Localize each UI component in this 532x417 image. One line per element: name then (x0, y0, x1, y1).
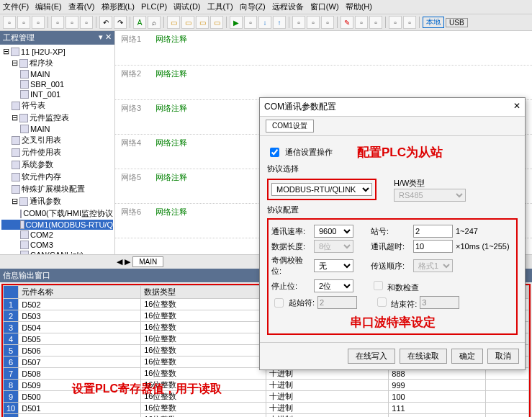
tb-stop-icon[interactable]: ▫ (244, 16, 257, 29)
tree-symboltable[interactable]: 符号表 (1, 99, 113, 112)
tb-usb-tag[interactable]: USB (446, 18, 468, 27)
menu-help[interactable]: 帮助(H) (346, 2, 372, 11)
tree-softmem[interactable]: 软元件内存 (1, 171, 113, 183)
btn-ok[interactable]: 确定 (451, 349, 483, 364)
tb-m3-icon[interactable]: ▫ (321, 16, 334, 29)
tb-run-icon[interactable]: ▶ (230, 16, 243, 29)
start-label: 起始符: (289, 297, 315, 308)
tb-copy-icon[interactable]: ▫ (66, 16, 78, 29)
menu-window[interactable]: 窗口(W) (310, 2, 339, 11)
annotation-baud: 串口波特率设定 (271, 314, 513, 331)
tb-up-icon[interactable]: ↑ (273, 16, 286, 29)
tb-ladder2-icon[interactable]: ▭ (181, 16, 194, 29)
tb-paste-icon[interactable]: ▫ (80, 16, 93, 29)
btn-online-read[interactable]: 在线读取 (400, 349, 447, 364)
tree-com1[interactable]: COM1(MODBUS-RTU/Q (1, 220, 113, 230)
table-row[interactable]: 10D50116位整数十进制111 (4, 403, 529, 414)
txorder-label: 传送顺序: (371, 261, 410, 272)
tree-sysparam[interactable]: 系统参数 (1, 158, 113, 171)
tree-root[interactable]: ⊟ 11 [H2U-XP] (1, 46, 113, 57)
timeout-unit: ×10ms (1~255) (456, 242, 510, 251)
menu-remote[interactable]: 远程设备 (272, 2, 304, 11)
tb-save-icon[interactable]: ▫ (32, 16, 45, 29)
menu-debug[interactable]: 调试(D) (173, 2, 200, 11)
tb-ladder1-icon[interactable]: ▭ (167, 16, 180, 29)
tree-expmodule[interactable]: 特殊扩展模块配置 (1, 183, 113, 195)
cfg-section: 协议配置 (267, 205, 518, 215)
menu-view[interactable]: 查看(V) (68, 2, 95, 11)
tab-nav-icon[interactable]: ◀ ▶ (117, 257, 130, 266)
tree-main[interactable]: MAIN (1, 69, 113, 79)
menu-bar: 文件(F) 编辑(E) 查看(V) 梯形图(L) PLC(P) 调试(D) 工具… (0, 0, 532, 14)
tree-xref[interactable]: 交叉引用表 (1, 134, 113, 146)
tb-new-icon[interactable]: ▫ (3, 16, 16, 29)
menu-file[interactable]: 文件(F) (3, 2, 29, 11)
tree-commparam[interactable]: ⊟ 通讯参数 (1, 195, 113, 207)
annotation-registers: 设置PLC寄存器值，用于读取 (72, 382, 222, 397)
tb-a-icon[interactable]: A (133, 16, 146, 29)
tree-monitor-main[interactable]: MAIN (1, 124, 113, 134)
tree-programblock[interactable]: ⊟ 程序块 (1, 57, 113, 69)
table-row[interactable]: 1116位整数十进制123 (4, 414, 529, 418)
hw-select: RS485 (394, 189, 466, 202)
menu-plc[interactable]: PLC(P) (141, 2, 167, 11)
parity-select[interactable]: 无 (314, 259, 353, 272)
menu-wizard[interactable]: 向导(Z) (240, 2, 266, 11)
station-input[interactable] (413, 225, 453, 238)
com-config-dialog: COM通讯参数配置 ✕ COM1设置 通信设置操作 配置PLC为从站 协议选择 … (259, 97, 526, 370)
menu-edit[interactable]: 编辑(E) (35, 2, 62, 11)
timeout-label: 通讯超时: (371, 241, 410, 252)
baud-select[interactable]: 9600 (314, 225, 353, 238)
btn-online-write[interactable]: 在线写入 (348, 349, 395, 364)
menu-ladder[interactable]: 梯形图(L) (102, 2, 135, 11)
tree-monitor[interactable]: ⊟ 元件监控表 (1, 112, 113, 124)
tree-sbr001[interactable]: SBR_001 (1, 79, 113, 89)
tree-can[interactable]: CAN(CANLink) (1, 250, 113, 254)
chk-comm-cfg[interactable] (270, 148, 279, 157)
tb-redo-icon[interactable]: ↷ (114, 16, 127, 29)
tb-m1-icon[interactable]: ▫ (292, 16, 305, 29)
stop-label: 停止位: (271, 281, 311, 292)
tree-elemusage[interactable]: 元件使用表 (1, 146, 113, 158)
tree-int001[interactable]: INT_001 (1, 89, 113, 99)
tab-main[interactable]: MAIN (132, 256, 163, 267)
tb-ladder4-icon[interactable]: ▭ (210, 16, 223, 29)
col-type[interactable]: 数据类型 (141, 286, 266, 299)
tb-down-icon[interactable]: ↓ (258, 16, 271, 29)
stop-select[interactable]: 2位 (314, 279, 353, 292)
tb-x1-icon[interactable]: ▫ (355, 16, 368, 29)
tb-cut-icon[interactable]: ▫ (51, 16, 64, 29)
project-tree[interactable]: ⊟ 11 [H2U-XP] ⊟ 程序块 MAIN SBR_001 INT_001… (0, 45, 114, 254)
tb-find-icon[interactable]: ⌕ (148, 16, 161, 29)
sidebar-close-icon[interactable]: ▾ ✕ (99, 32, 112, 43)
start-input (317, 296, 357, 309)
sumcheck-label: 和数检查 (387, 283, 419, 292)
protocol-select[interactable]: MODBUS-RTU/QLINK (271, 183, 372, 196)
project-sidebar: 工程管理▾ ✕ ⊟ 11 [H2U-XP] ⊟ 程序块 MAIN SBR_001… (0, 31, 115, 254)
tree-com2[interactable]: COM2 (1, 230, 113, 240)
sidebar-title: 工程管理▾ ✕ (0, 31, 114, 45)
toolbar-1: ▫ ▫ ▫ ▫ ▫ ▫ ↶ ↷ A ⌕ ▭ ▭ ▭ ▭ ▶ ▫ ↓ ↑ ▫ ▫ … (0, 14, 532, 31)
btn-cancel[interactable]: 取消 (487, 349, 519, 364)
tb-m2-icon[interactable]: ▫ (307, 16, 320, 29)
station-range: 1~247 (456, 227, 478, 236)
tb-open-icon[interactable]: ▫ (17, 16, 30, 29)
datalen-label: 数据长度: (271, 241, 311, 252)
close-icon[interactable]: ✕ (513, 101, 520, 113)
menu-tool[interactable]: 工具(T) (207, 2, 233, 11)
tree-com0[interactable]: COM0(下载/HMI监控协议 (1, 207, 113, 220)
tb-ladder3-icon[interactable]: ▭ (196, 16, 209, 29)
tb-y2-icon[interactable]: ▫ (403, 16, 416, 29)
chk-comm-cfg-label: 通信设置操作 (285, 147, 333, 158)
tb-undo-icon[interactable]: ↶ (99, 16, 112, 29)
tree-com3[interactable]: COM3 (1, 240, 113, 250)
network-row: 网络2网络注释 (115, 66, 532, 100)
timeout-input[interactable] (413, 240, 453, 253)
tb-x2-icon[interactable]: ▫ (369, 16, 382, 29)
tb-local-tag[interactable]: 本地 (423, 17, 444, 28)
tb-y1-icon[interactable]: ▫ (389, 16, 402, 29)
hw-label: H/W类型 (394, 178, 466, 189)
tb-pen-icon[interactable]: ✎ (341, 16, 353, 29)
col-name[interactable]: 元件名称 (19, 286, 141, 299)
dialog-tab-com1[interactable]: COM1设置 (266, 120, 314, 133)
